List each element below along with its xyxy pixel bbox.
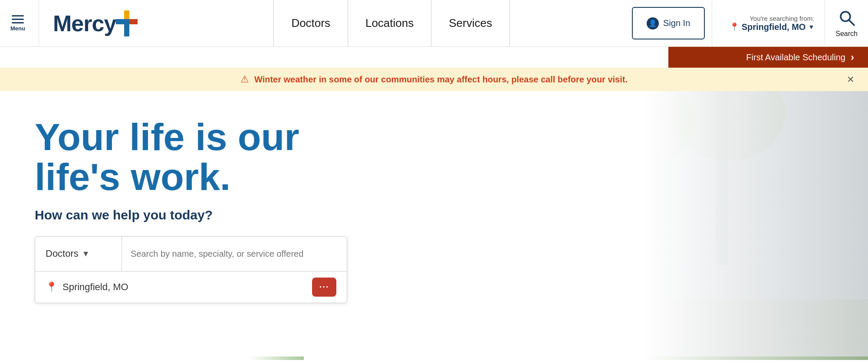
search-top-row: Doctors ▼ [35,237,347,271]
alert-warning-icon: ⚠ [240,74,249,85]
search-icon [838,9,855,29]
hero-gradient-overlay [304,91,868,360]
alert-close-button[interactable]: × [847,72,854,86]
svg-rect-3 [129,19,138,24]
search-bottom-row: 📍 Springfield, MO ··· [35,271,347,303]
location-pin-icon: 📍 [730,22,739,32]
hero-search-widget: Doctors ▼ 📍 Springfield, MO ··· [35,236,347,303]
location-dropdown-icon: ▼ [808,23,814,30]
map-options-button[interactable]: ··· [312,278,336,297]
menu-label: Menu [10,25,25,32]
header-right: 👤 Sign In You're searching from: 📍 Sprin… [632,0,868,46]
search-category-label: Doctors [46,248,79,259]
map-dots-icon: ··· [319,282,329,292]
location-value-text: Springfield, MO [742,22,806,32]
first-available-text: First Available Scheduling [746,52,845,62]
svg-rect-2 [124,10,129,19]
hero-title: Your life is our life's work. [35,117,321,197]
alert-banner: ⚠ Winter weather in some of our communit… [0,68,868,91]
menu-button[interactable]: Menu [0,0,39,46]
searching-from-label: You're searching from: [750,15,814,22]
category-chevron-icon: ▼ [82,249,90,258]
search-category-dropdown[interactable]: Doctors ▼ [35,237,122,271]
search-location-text: Springfield, MO [62,281,307,293]
hero-content: Your life is our life's work. How can we… [0,91,356,360]
main-nav: Doctors Locations Services [151,0,632,46]
search-text-input[interactable] [122,237,347,271]
search-location-pin-icon: 📍 [46,281,57,293]
hero-title-line2: life's work. [35,155,230,198]
search-label: Search [835,30,858,38]
selected-location[interactable]: 📍 Springfield, MO ▼ [730,22,815,32]
location-selector[interactable]: You're searching from: 📍 Springfield, MO… [712,0,825,46]
signin-button[interactable]: 👤 Sign In [632,7,705,39]
hamburger-icon [12,15,24,23]
hero-subtitle: How can we help you today? [35,208,321,222]
first-available-arrow-icon: › [851,51,854,63]
logo-cross-icon [116,10,138,36]
svg-line-5 [849,20,854,25]
alert-text: Winter weather in some of our communitie… [254,75,628,85]
logo-text: Mercy [53,10,116,36]
header: Menu Mercy Doctors Locations Services 👤 … [0,0,868,47]
person-icon: 👤 [647,17,659,29]
nav-doctors[interactable]: Doctors [273,0,348,46]
hero-section: Your life is our life's work. How can we… [0,91,868,360]
nav-services[interactable]: Services [431,0,510,46]
nav-locations[interactable]: Locations [348,0,431,46]
search-button[interactable]: Search [825,0,868,46]
signin-label: Sign In [663,18,690,28]
first-available-banner[interactable]: First Available Scheduling › [668,47,868,68]
logo-link[interactable]: Mercy [39,0,151,46]
hero-title-line1: Your life is our [35,115,299,158]
